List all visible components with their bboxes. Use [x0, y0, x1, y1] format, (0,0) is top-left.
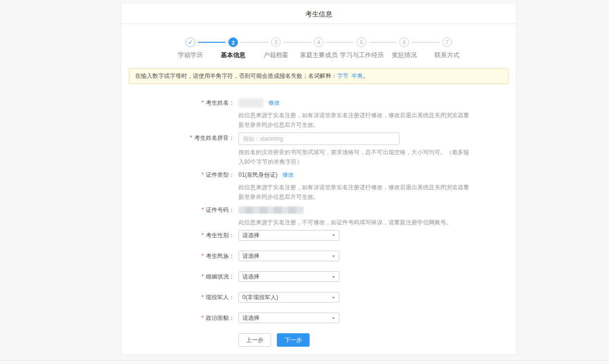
gender-row: *考生性别： 请选择 ▼: [121, 230, 516, 241]
step-number: 7: [442, 37, 452, 47]
military-service-select[interactable]: 0(非现役军人) ▼: [238, 292, 339, 303]
id-number-label: 证件号码：: [206, 206, 235, 213]
required-marker: *: [190, 134, 192, 141]
step-study-work-history[interactable]: 5 学习与工作经历: [340, 37, 383, 60]
step-family-members[interactable]: 4 家庭主要成员: [298, 37, 340, 60]
pinyin-label: 考生姓名拼音：: [194, 134, 235, 141]
marital-select-value: 请选择: [242, 273, 260, 281]
form-actions: 上一步 下一步: [238, 333, 516, 354]
caret-down-icon: ▼: [332, 295, 336, 299]
ethnicity-label: 考生民族：: [206, 253, 235, 259]
required-marker: *: [201, 315, 204, 321]
caret-down-icon: ▼: [332, 316, 336, 319]
required-marker: *: [201, 253, 204, 259]
step-label: 户籍档案: [255, 51, 298, 60]
step-connector: [198, 42, 225, 43]
previous-step-button[interactable]: 上一步: [238, 333, 271, 347]
military-select-value: 0(非现役军人): [242, 293, 278, 302]
candidate-name-label: 考生姓名：: [206, 99, 235, 106]
redacted-candidate-name: [238, 98, 263, 108]
halfwidth-notice-banner: 在输入数字或字母时，请使用半角字符，否则可能会造成报名失败；名词解释：字节半角。: [129, 68, 509, 84]
required-marker: *: [201, 99, 204, 106]
pinyin-help: 按姓名的汉语拼音的书写形式填写，要求顶格写，且不可出现空格，大小写均可。（最多输…: [238, 147, 473, 167]
pinyin-row: *考生姓名拼音： 按姓名的汉语拼音的书写形式填写，要求顶格写，且不可出现空格，大…: [121, 133, 516, 167]
step-basic-info[interactable]: 2 基本信息: [212, 37, 255, 60]
step-wizard: ✓ 学籍学历 2 基本信息 3 户籍档案 4 家庭主要成员 5 学习与工作经历 …: [121, 24, 516, 60]
gender-select-value: 请选择: [242, 231, 260, 240]
candidate-name-row: *考生姓名： 修改 此信息来源于实名注册，如有误请登录实名注册进行修改，修改后退…: [121, 97, 516, 130]
step-connector: [412, 42, 439, 43]
next-step-button[interactable]: 下一步: [277, 333, 310, 347]
page-title: 考生信息: [121, 4, 516, 24]
step-rewards-punishments[interactable]: 6 奖惩情况: [383, 37, 426, 60]
notice-text: 在输入数字或字母时，请使用半角字符，否则可能会造成报名失败；名词解释：: [135, 73, 337, 79]
ethnicity-select-value: 请选择: [242, 252, 260, 260]
required-marker: *: [201, 171, 204, 178]
footer-divider: [0, 360, 609, 364]
halfwidth-definition-link[interactable]: 半角: [351, 73, 363, 79]
step-contact-info[interactable]: 7 联系方式: [426, 37, 469, 60]
notice-suffix: 。: [363, 73, 369, 79]
caret-down-icon: ▼: [332, 233, 336, 237]
ethnicity-select[interactable]: 请选择 ▼: [238, 251, 339, 261]
step-label: 学习与工作经历: [340, 51, 383, 60]
step-student-record[interactable]: ✓ 学籍学历: [169, 37, 212, 60]
marital-status-select[interactable]: 请选择 ▼: [238, 271, 339, 282]
step-number: 2: [228, 37, 238, 47]
required-marker: *: [201, 273, 204, 280]
political-select-value: 请选择: [242, 314, 260, 322]
step-label: 家庭主要成员: [298, 51, 340, 60]
caret-down-icon: ▼: [332, 275, 336, 278]
marital-status-row: *婚姻状况： 请选择 ▼: [121, 271, 516, 282]
id-number-row: *证件号码： 此信息来源于实名注册，不可修改，如证件号码填写错误，请重新注册学信…: [121, 205, 516, 227]
candidate-info-card: 考生信息 ✓ 学籍学历 2 基本信息 3 户籍档案 4 家庭主要成员 5 学习与…: [121, 4, 517, 355]
military-service-row: *现役军人： 0(非现役军人) ▼: [121, 292, 516, 303]
step-label: 奖惩情况: [383, 51, 426, 60]
gender-label: 考生性别：: [206, 232, 235, 239]
step-connector: [241, 42, 268, 43]
political-status-select[interactable]: 请选择 ▼: [238, 313, 339, 323]
id-type-row: *证件类型： 01(居民身份证) 修改 此信息来源于实名注册，如有误请登录实名注…: [121, 170, 516, 202]
required-marker: *: [201, 294, 204, 301]
step-connector: [284, 42, 311, 43]
id-type-label: 证件类型：: [206, 171, 235, 178]
step-connector: [369, 42, 397, 43]
edit-name-link[interactable]: 修改: [268, 99, 280, 107]
step-number: 5: [357, 37, 366, 47]
military-service-label: 现役军人：: [206, 294, 235, 301]
step-number: 4: [314, 37, 323, 47]
id-type-value: 01(居民身份证): [238, 171, 277, 179]
step-label: 学籍学历: [169, 51, 212, 60]
basic-info-form: *考生姓名： 修改 此信息来源于实名注册，如有误请登录实名注册进行修改，修改后退…: [121, 84, 516, 354]
step-label: 联系方式: [426, 51, 469, 60]
marital-status-label: 婚姻状况：: [206, 273, 235, 280]
edit-id-type-link[interactable]: 修改: [282, 171, 294, 179]
step-number: 3: [271, 37, 281, 47]
ethnicity-row: *考生民族： 请选择 ▼: [121, 251, 516, 261]
candidate-name-help: 此信息来源于实名注册，如有误请登录实名注册进行修改，修改后退出系统且关闭浏览器重…: [238, 110, 473, 130]
caret-down-icon: ▼: [332, 254, 336, 257]
id-number-help: 此信息来源于实名注册，不可修改，如证件号码填写错误，请重新注册学信网账号。: [238, 218, 452, 227]
gender-select[interactable]: 请选择 ▼: [238, 230, 339, 241]
byte-definition-link[interactable]: 字节: [337, 73, 348, 79]
step-number: 6: [399, 37, 409, 47]
required-marker: *: [201, 206, 204, 213]
step-label: 基本信息: [212, 51, 255, 60]
id-type-help: 此信息来源于实名注册，如有误请登录实名注册进行修改，修改后退出系统且关闭浏览器重…: [238, 182, 473, 202]
step-connector: [326, 42, 354, 43]
redacted-id-number: [238, 206, 303, 214]
step-check-icon: ✓: [186, 37, 195, 47]
political-status-row: *政治面貌： 请选择 ▼: [121, 313, 516, 323]
pinyin-input[interactable]: [238, 133, 399, 145]
political-status-label: 政治面貌：: [206, 315, 235, 321]
step-household-file[interactable]: 3 户籍档案: [255, 37, 298, 60]
required-marker: *: [201, 232, 204, 239]
